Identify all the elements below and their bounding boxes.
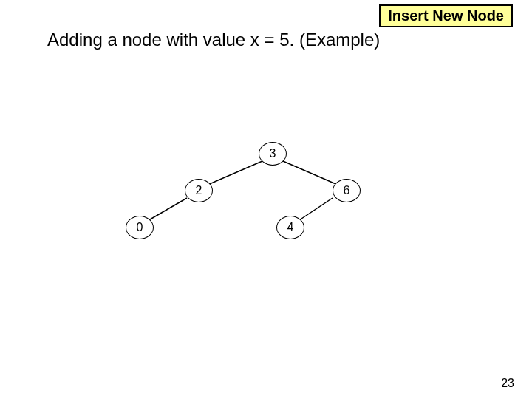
tree-node-right-left: 4	[276, 216, 304, 239]
tree-node-right: 6	[332, 179, 361, 202]
tree-edges	[0, 0, 532, 399]
tree-node-root: 3	[259, 142, 287, 166]
tree-node-right-left-label: 4	[287, 221, 294, 234]
tree-node-left: 2	[185, 179, 213, 202]
tree-node-left-left-label: 0	[137, 221, 143, 234]
tree-node-root-label: 3	[270, 147, 276, 160]
tree-node-left-left: 0	[126, 216, 154, 239]
tree-node-left-label: 2	[196, 184, 202, 197]
page-number-text: 23	[501, 377, 514, 389]
tree-diagram: 3 2 6 0 4	[0, 0, 532, 399]
tree-node-right-label: 6	[344, 184, 350, 197]
page-number: 23	[501, 377, 514, 390]
